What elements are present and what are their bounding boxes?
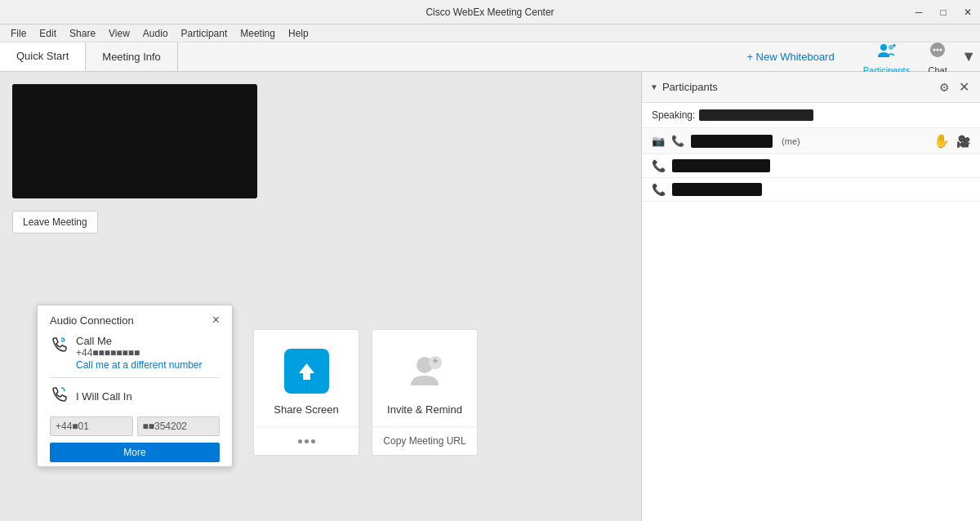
share-screen-tile[interactable]: Share Screen [253, 329, 359, 456]
speaking-row: Speaking: [642, 103, 980, 128]
svg-point-5 [933, 48, 936, 51]
invite-label: Invite & Remind [387, 403, 462, 416]
participants-icon [875, 39, 898, 64]
phone-number: +44■■■■■■■■ [76, 347, 203, 358]
panel-close-button[interactable]: ✕ [956, 77, 972, 97]
audio-connection-popup: Audio Connection × Call Me +44■■■■■■■■ C… [37, 305, 233, 467]
popup-header: Audio Connection × [50, 314, 220, 327]
video-camera-icon[interactable]: 🎥 [956, 135, 970, 148]
svg-rect-3 [894, 43, 896, 47]
call-me-section: Call Me +44■■■■■■■■ Call me at a differe… [50, 335, 220, 371]
new-whiteboard-button[interactable]: + New Whiteboard [734, 42, 846, 71]
chat-icon [926, 39, 949, 64]
invite-tile-main: Invite & Remind [372, 330, 477, 426]
share-screen-footer [254, 426, 359, 455]
window-controls: ─ □ ✕ [906, 0, 980, 24]
expand-arrow[interactable]: ▼ [957, 48, 980, 65]
me-name-redacted [691, 135, 773, 148]
menu-share[interactable]: Share [63, 26, 102, 41]
share-screen-tile-main: Share Screen [254, 330, 359, 426]
menu-meeting[interactable]: Meeting [234, 26, 282, 41]
svg-point-7 [940, 48, 942, 51]
redacted-name-bar-2 [12, 127, 159, 156]
main-layout: Leave Meeting Audio Connection × Call Me… [0, 72, 980, 521]
call-different-link[interactable]: Call me at a different number [76, 359, 203, 371]
restore-button[interactable]: □ [931, 0, 956, 24]
action-tiles: Share Screen [253, 329, 478, 456]
three-dots-icon [298, 439, 315, 443]
participants-panel: ▼ Participants ⚙ ✕ Speaking: 📷 📞 (me) ✋ … [641, 72, 980, 521]
window-title: Cisco WebEx Meeting Center [425, 7, 554, 18]
participant-name-2 [672, 183, 762, 196]
more-button[interactable]: More [50, 443, 220, 462]
me-badge: (me) [779, 136, 800, 146]
copy-url-label: Copy Meeting URL [383, 435, 466, 447]
call-me-phone-icon [50, 336, 68, 358]
menu-edit[interactable]: Edit [33, 26, 63, 41]
toolbar-icons: Participants Chat ▼ [855, 42, 980, 71]
popup-close-button[interactable]: × [212, 314, 220, 327]
phone-icon: 📞 [671, 135, 684, 147]
redacted-name-bar [12, 84, 216, 121]
call-me-label: Call Me [76, 335, 203, 347]
svg-point-0 [880, 44, 887, 51]
share-screen-icon [284, 349, 329, 394]
participants-toolbar-button[interactable]: Participants [855, 39, 918, 75]
participant-me-row: 📷 📞 (me) ✋ 🎥 [642, 128, 980, 154]
divider [50, 377, 220, 378]
will-call-label: I Will Call In [76, 390, 132, 403]
invite-remind-tile[interactable]: Invite & Remind Copy Meeting URL [372, 329, 478, 456]
will-call-section: I Will Call In [50, 385, 220, 408]
svg-rect-12 [434, 358, 436, 363]
panel-title: Participants [662, 81, 933, 93]
share-screen-label: Share Screen [274, 403, 339, 416]
phone-icon-1: 📞 [652, 159, 666, 172]
menu-file[interactable]: File [4, 26, 33, 41]
call-me-info: Call Me +44■■■■■■■■ Call me at a differe… [76, 335, 203, 371]
svg-marker-8 [299, 363, 314, 380]
panel-header: ▼ Participants ⚙ ✕ [642, 72, 980, 103]
panel-triangle-icon: ▼ [650, 82, 658, 91]
speaking-label: Speaking: [652, 109, 695, 121]
participant-row-1: 📞 [642, 154, 980, 178]
speaking-name-redacted [699, 109, 813, 121]
menu-participant[interactable]: Participant [175, 26, 234, 41]
invite-icon [403, 349, 448, 394]
close-button[interactable]: ✕ [956, 0, 980, 24]
phone-input-2: ■■354202 [137, 416, 220, 436]
popup-title: Audio Connection [50, 314, 134, 327]
menu-help[interactable]: Help [282, 26, 315, 41]
menu-view[interactable]: View [102, 26, 136, 41]
menu-audio[interactable]: Audio [136, 26, 175, 41]
settings-gear-icon[interactable]: ⚙ [937, 78, 952, 96]
phone-input-1: +44■01 [50, 416, 133, 436]
tab-meeting-info[interactable]: Meeting Info [86, 42, 178, 71]
invite-tile-footer[interactable]: Copy Meeting URL [372, 426, 477, 455]
menu-bar: File Edit Share View Audio Participant M… [0, 24, 980, 42]
phone-input-row: +44■01 ■■354202 [50, 416, 220, 436]
tab-quick-start[interactable]: Quick Start [0, 42, 86, 71]
minimize-button[interactable]: ─ [906, 0, 931, 24]
tab-bar: Quick Start Meeting Info + New Whiteboar… [0, 42, 980, 72]
leave-meeting-button[interactable]: Leave Meeting [12, 211, 98, 234]
webcam-icon: 📷 [652, 135, 665, 147]
will-call-icon [50, 386, 68, 408]
video-area [12, 84, 257, 198]
participant-name-1 [672, 159, 770, 172]
chat-toolbar-button[interactable]: Chat [918, 39, 957, 75]
title-bar: Cisco WebEx Meeting Center ─ □ ✕ [0, 0, 980, 24]
left-content: Leave Meeting Audio Connection × Call Me… [0, 72, 641, 521]
phone-icon-2: 📞 [652, 183, 666, 196]
svg-point-6 [937, 48, 939, 51]
participant-row-2: 📞 [642, 178, 980, 202]
raise-hand-icon[interactable]: ✋ [933, 133, 950, 149]
